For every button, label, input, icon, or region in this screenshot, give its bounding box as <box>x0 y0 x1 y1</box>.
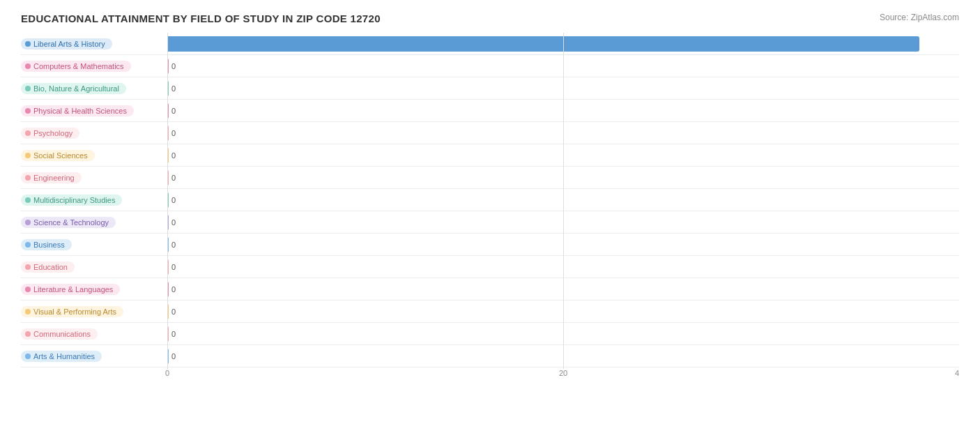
bar-value: 0 <box>171 107 176 115</box>
bars-container: Liberal Arts & History38Computers & Math… <box>21 33 959 386</box>
bar-track: 0 <box>167 349 959 364</box>
bar-label-text: Arts & Humanities <box>33 352 95 361</box>
bar-label-dot <box>25 220 31 225</box>
bar-track: 0 <box>167 59 959 74</box>
bar-label-pill: Arts & Humanities <box>21 351 102 362</box>
bar-label-text: Computers & Mathematics <box>33 62 124 70</box>
bar-fill <box>167 237 169 252</box>
bar-row: Arts & Humanities0 <box>21 345 959 367</box>
bar-fill <box>167 259 169 275</box>
bar-label-dot <box>25 264 31 270</box>
chart-header: EDUCATIONAL ATTAINMENT BY FIELD OF STUDY… <box>21 13 959 24</box>
bar-fill <box>167 170 169 185</box>
bar-label-pill: Visual & Performing Arts <box>21 306 123 317</box>
bar-track: 38 <box>167 36 959 52</box>
bar-label-text: Physical & Health Sciences <box>33 107 127 115</box>
bar-label-dot <box>25 309 31 314</box>
bar-row: Visual & Performing Arts0 <box>21 301 959 323</box>
bar-value: 0 <box>171 218 176 227</box>
bar-label-pill: Bio, Nature & Agricultural <box>21 83 126 94</box>
bar-label-dot <box>25 153 31 158</box>
bar-fill <box>167 81 169 96</box>
bar-value: 0 <box>171 174 176 182</box>
bar-label-pill: Psychology <box>21 128 79 139</box>
bar-label-text: Communications <box>33 330 91 338</box>
bar-value: 0 <box>171 285 176 294</box>
bar-label-dot <box>25 331 31 337</box>
bar-label-dot <box>25 242 31 248</box>
bar-fill <box>167 282 169 297</box>
bar-fill <box>167 215 169 230</box>
rows-wrapper: Liberal Arts & History38Computers & Math… <box>21 33 959 367</box>
x-axis-tick: 40 <box>955 369 959 377</box>
x-axis-tick: 0 <box>165 369 169 377</box>
bar-label-text: Psychology <box>33 129 72 137</box>
bar-label-dot <box>25 130 31 136</box>
bars-section: Liberal Arts & History38Computers & Math… <box>21 33 959 386</box>
bar-row: Bio, Nature & Agricultural0 <box>21 77 959 100</box>
bar-value: 0 <box>171 308 176 316</box>
bar-fill <box>167 36 919 52</box>
bar-value: 0 <box>171 263 176 271</box>
bar-value: 0 <box>171 241 176 249</box>
bar-row: Computers & Mathematics0 <box>21 55 959 77</box>
bar-track: 0 <box>167 237 959 252</box>
bar-row: Social Sciences0 <box>21 144 959 167</box>
bar-fill <box>167 126 169 141</box>
bar-label-pill: Social Sciences <box>21 150 95 161</box>
bar-value: 0 <box>171 330 176 338</box>
bar-value: 0 <box>171 151 176 160</box>
bar-fill <box>167 349 169 364</box>
bar-label-text: Science & Technology <box>33 218 109 227</box>
bar-track: 0 <box>167 126 959 141</box>
bar-fill <box>167 148 169 163</box>
bar-label-text: Education <box>33 263 68 271</box>
bar-label-dot <box>25 197 31 203</box>
bar-value: 0 <box>171 129 176 137</box>
bar-row: Engineering0 <box>21 167 959 189</box>
bar-track: 0 <box>167 192 959 208</box>
bar-track: 0 <box>167 170 959 185</box>
chart-source: Source: ZipAtlas.com <box>880 13 959 22</box>
bar-label-text: Multidisciplinary Studies <box>33 196 115 204</box>
bar-label-text: Social Sciences <box>33 151 88 160</box>
bar-label-text: Bio, Nature & Agricultural <box>33 84 119 93</box>
bar-label-text: Engineering <box>33 174 75 182</box>
bar-fill <box>167 192 169 208</box>
bar-track: 0 <box>167 103 959 119</box>
bar-row: Education0 <box>21 256 959 278</box>
bar-row: Business0 <box>21 234 959 256</box>
bar-fill <box>167 304 169 319</box>
bar-label-dot <box>25 354 31 359</box>
bar-row: Literature & Languages0 <box>21 278 959 301</box>
bar-value-inside: 38 <box>947 40 955 48</box>
chart-container: EDUCATIONAL ATTAINMENT BY FIELD OF STUDY… <box>0 0 980 440</box>
bar-row: Science & Technology0 <box>21 211 959 234</box>
bar-label-text: Literature & Languages <box>33 285 113 294</box>
bar-fill <box>167 326 169 342</box>
bar-track: 0 <box>167 148 959 163</box>
bar-label-pill: Physical & Health Sciences <box>21 105 134 116</box>
bar-row: Physical & Health Sciences0 <box>21 100 959 122</box>
x-axis: 02040 <box>167 369 959 386</box>
bar-value: 0 <box>171 62 176 70</box>
bar-label-dot <box>25 108 31 114</box>
bar-label-dot <box>25 175 31 181</box>
bar-row: Psychology0 <box>21 122 959 144</box>
bar-track: 0 <box>167 259 959 275</box>
bar-label-pill: Education <box>21 261 75 273</box>
bar-row: Communications0 <box>21 323 959 345</box>
bar-track: 0 <box>167 81 959 96</box>
bar-label-dot <box>25 287 31 292</box>
bar-row: Multidisciplinary Studies0 <box>21 189 959 211</box>
bar-label-dot <box>25 41 31 47</box>
bar-label-dot <box>25 86 31 91</box>
bar-label-pill: Multidisciplinary Studies <box>21 195 122 206</box>
bar-value: 0 <box>171 84 176 93</box>
bar-fill <box>167 103 169 119</box>
bar-track: 0 <box>167 282 959 297</box>
bar-track: 0 <box>167 326 959 342</box>
bar-label-pill: Communications <box>21 328 98 340</box>
x-axis-tick: 20 <box>559 369 567 377</box>
bar-fill <box>167 59 169 74</box>
